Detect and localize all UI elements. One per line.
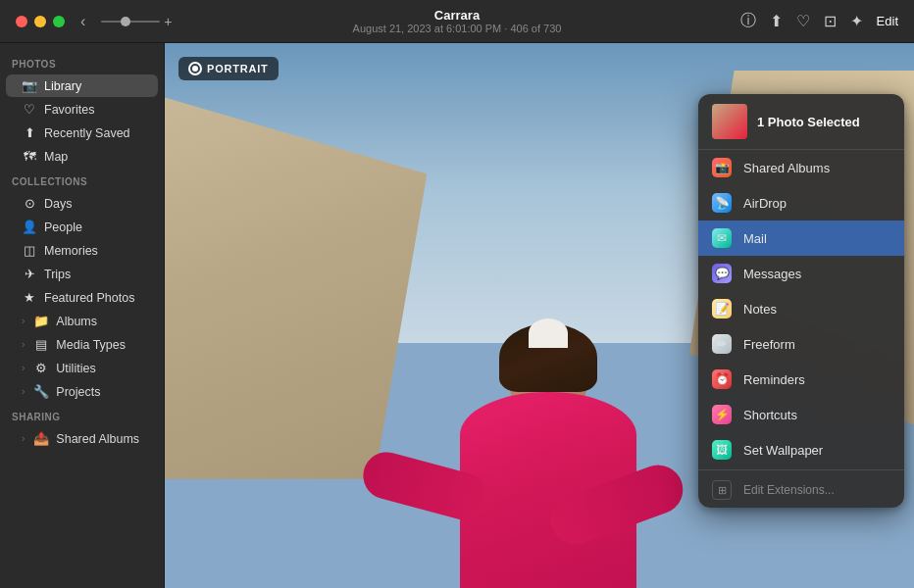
- zoom-slider[interactable]: +: [101, 14, 172, 29]
- days-icon: ⊙: [22, 196, 37, 211]
- subject-vest: [460, 392, 636, 588]
- shared-albums-icon: 📤: [33, 431, 49, 446]
- sidebar-label-shared-albums: Shared Albums: [56, 432, 139, 446]
- wallpaper-menu-label: Set Wallpaper: [743, 443, 823, 458]
- airdrop-menu-icon: 📡: [712, 193, 732, 213]
- mail-menu-label: Mail: [743, 231, 767, 246]
- sidebar-item-people[interactable]: 👤 People: [6, 216, 158, 238]
- menu-item-edit-extensions[interactable]: ⊞ Edit Extensions...: [698, 472, 904, 508]
- projects-chevron-icon: ›: [22, 386, 25, 397]
- sidebar-item-days[interactable]: ⊙ Days: [6, 192, 158, 215]
- traffic-lights: [16, 16, 65, 27]
- menu-item-airdrop[interactable]: 📡 AirDrop: [698, 185, 904, 220]
- menu-item-notes[interactable]: 📝 Notes: [698, 291, 904, 326]
- reminders-menu-icon: ⏰: [712, 369, 732, 389]
- photo-subtitle: August 21, 2023 at 6:01:00 PM · 406 of 7…: [353, 23, 562, 34]
- zoom-track: [101, 21, 160, 23]
- messages-menu-icon: 💬: [712, 264, 732, 283]
- portrait-icon: [188, 62, 202, 75]
- sidebar-item-projects[interactable]: › 🔧 Projects: [6, 380, 158, 403]
- favorite-button[interactable]: ♡: [796, 12, 810, 30]
- titlebar-right: ⓘ ⬆ ♡ ⊡ ✦ Edit: [740, 11, 898, 31]
- edit-extensions-label: Edit Extensions...: [743, 483, 835, 497]
- sidebar-label-people: People: [44, 220, 82, 234]
- sidebar-item-map[interactable]: 🗺 Map: [6, 145, 158, 168]
- sidebar-label-map: Map: [44, 150, 68, 164]
- media-types-chevron-icon: ›: [22, 339, 25, 350]
- sidebar-item-favorites[interactable]: ♡ Favorites: [6, 98, 158, 121]
- messages-menu-label: Messages: [743, 267, 801, 281]
- notes-menu-icon: 📝: [712, 299, 732, 318]
- memories-icon: ◫: [22, 243, 37, 258]
- sidebar-label-utilities: Utilities: [56, 362, 95, 375]
- reminders-menu-label: Reminders: [743, 372, 805, 387]
- menu-item-reminders[interactable]: ⏰ Reminders: [698, 362, 904, 397]
- back-button[interactable]: ‹: [76, 9, 89, 34]
- sidebar-item-albums[interactable]: › 📁 Albums: [6, 310, 158, 332]
- albums-chevron-icon: ›: [22, 316, 25, 326]
- utilities-icon: ⚙: [33, 361, 49, 375]
- menu-item-mail[interactable]: ✉ Mail: [698, 220, 904, 256]
- share-menu: 1 Photo Selected 📸 Shared Albums 📡 AirDr…: [698, 94, 904, 508]
- freeform-menu-label: Freeform: [743, 337, 795, 352]
- sidebar-label-recently-saved: Recently Saved: [44, 126, 130, 140]
- sidebar-section-photos: Photos: [0, 51, 164, 74]
- sidebar-label-library: Library: [44, 79, 81, 93]
- edit-extensions-icon: ⊞: [712, 480, 732, 500]
- sidebar-label-trips: Trips: [44, 268, 71, 281]
- sidebar-item-memories[interactable]: ◫ Memories: [6, 239, 158, 262]
- share-header-title: 1 Photo Selected: [757, 115, 860, 129]
- subject-turtleneck: [529, 318, 568, 348]
- sidebar: Photos 📷 Library ♡ Favorites ⬆ Recently …: [0, 43, 165, 588]
- sidebar-item-featured-photos[interactable]: ★ Featured Photos: [6, 286, 158, 309]
- portrait-badge[interactable]: PORTRAIT: [178, 57, 279, 80]
- enhance-button[interactable]: ✦: [850, 12, 863, 30]
- sidebar-item-media-types[interactable]: › ▤ Media Types: [6, 333, 158, 356]
- crop-button[interactable]: ⊡: [824, 12, 837, 30]
- info-button[interactable]: ⓘ: [740, 11, 756, 31]
- menu-divider: [698, 469, 904, 470]
- zoom-thumb: [121, 17, 130, 26]
- shared-albums-chevron-icon: ›: [22, 433, 25, 444]
- library-icon: 📷: [22, 78, 37, 93]
- notes-menu-label: Notes: [743, 302, 777, 317]
- featured-icon: ★: [22, 290, 37, 305]
- sidebar-item-shared-albums[interactable]: › 📤 Shared Albums: [6, 427, 158, 450]
- sidebar-item-utilities[interactable]: › ⚙ Utilities: [6, 357, 158, 379]
- fullscreen-button[interactable]: [53, 16, 65, 27]
- menu-item-shortcuts[interactable]: ⚡ Shortcuts: [698, 397, 904, 432]
- menu-item-freeform[interactable]: ✏ Freeform: [698, 326, 904, 362]
- titlebar: ‹ + Carrara August 21, 2023 at 6:01:00 P…: [0, 0, 914, 43]
- favorites-icon: ♡: [22, 102, 37, 117]
- menu-item-shared-albums[interactable]: 📸 Shared Albums: [698, 150, 904, 185]
- titlebar-center: Carrara August 21, 2023 at 6:01:00 PM · …: [353, 8, 562, 34]
- media-types-icon: ▤: [33, 337, 49, 352]
- shortcuts-menu-icon: ⚡: [712, 405, 732, 424]
- main-content: Photos 📷 Library ♡ Favorites ⬆ Recently …: [0, 43, 914, 588]
- airdrop-menu-label: AirDrop: [743, 196, 787, 211]
- share-button[interactable]: ⬆: [770, 12, 783, 30]
- sidebar-item-trips[interactable]: ✈ Trips: [6, 263, 158, 285]
- menu-item-set-wallpaper[interactable]: 🖼 Set Wallpaper: [698, 432, 904, 467]
- sidebar-item-library[interactable]: 📷 Library: [6, 74, 158, 97]
- shared-albums-menu-icon: 📸: [712, 158, 732, 177]
- subject-arm-left: [358, 447, 493, 525]
- photo-subject: [460, 392, 636, 588]
- photo-area[interactable]: PORTRAIT 1 Photo Selected 📸 Shared Album…: [165, 43, 914, 588]
- minimize-button[interactable]: [34, 16, 46, 27]
- albums-icon: 📁: [33, 314, 49, 328]
- sidebar-label-favorites: Favorites: [44, 103, 94, 117]
- menu-item-messages[interactable]: 💬 Messages: [698, 256, 904, 291]
- sidebar-label-projects: Projects: [56, 385, 100, 399]
- close-button[interactable]: [16, 16, 27, 27]
- edit-button[interactable]: Edit: [877, 14, 898, 28]
- trips-icon: ✈: [22, 267, 37, 281]
- sidebar-item-recently-saved[interactable]: ⬆ Recently Saved: [6, 122, 158, 144]
- mail-menu-icon: ✉: [712, 228, 732, 248]
- map-icon: 🗺: [22, 149, 37, 164]
- shared-albums-menu-label: Shared Albums: [743, 161, 830, 175]
- freeform-menu-icon: ✏: [712, 334, 732, 354]
- people-icon: 👤: [22, 220, 37, 234]
- subject-arm-right: [544, 459, 690, 552]
- projects-icon: 🔧: [33, 384, 49, 399]
